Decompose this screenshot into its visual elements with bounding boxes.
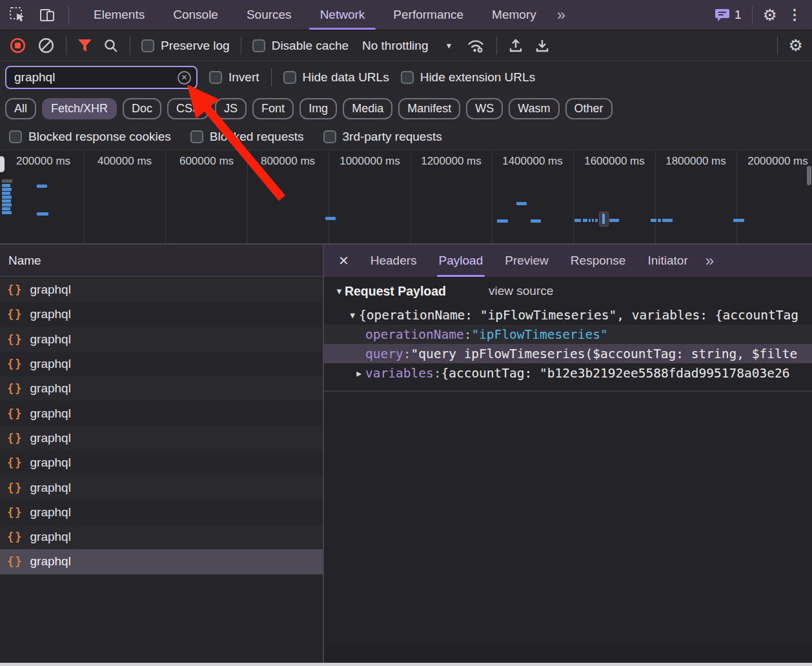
chip-media[interactable]: Media bbox=[343, 98, 392, 119]
preserve-log-checkbox[interactable]: Preserve log bbox=[141, 39, 230, 53]
checkbox[interactable] bbox=[323, 130, 336, 143]
throttling-select[interactable]: No throttling ▼ bbox=[360, 39, 455, 53]
clear-network-log-icon[interactable] bbox=[37, 37, 55, 54]
timeline-bar bbox=[2, 203, 12, 207]
window-bottom-edge bbox=[0, 663, 812, 666]
name-column-header[interactable]: Name bbox=[0, 245, 323, 277]
network-toolbar: Preserve log Disable cache No throttling… bbox=[0, 30, 812, 61]
chip-js[interactable]: JS bbox=[215, 98, 247, 119]
chip-other[interactable]: Other bbox=[565, 98, 613, 119]
checkbox[interactable] bbox=[9, 130, 22, 143]
device-toolbar-icon[interactable] bbox=[39, 6, 56, 23]
tab-performance[interactable]: Performance bbox=[379, 0, 478, 30]
invert-checkbox[interactable]: Invert bbox=[209, 70, 259, 85]
payload-row-operationname[interactable]: operationName: "ipFlowTimeseries" bbox=[324, 325, 812, 344]
network-conditions-icon[interactable] bbox=[466, 38, 485, 54]
third-party-requests-checkbox[interactable]: 3rd-party requests bbox=[323, 130, 442, 144]
timeline-bar bbox=[497, 219, 508, 223]
checkbox[interactable] bbox=[190, 130, 203, 143]
chip-font[interactable]: Font bbox=[252, 98, 294, 119]
table-row[interactable]: {} graphql bbox=[0, 401, 323, 425]
chip-fetch-xhr[interactable]: Fetch/XHR bbox=[42, 98, 117, 119]
table-row[interactable]: {} graphql bbox=[0, 450, 323, 475]
filter-text-field[interactable] bbox=[14, 70, 178, 85]
chip-all[interactable]: All bbox=[5, 98, 36, 119]
chip-wasm[interactable]: Wasm bbox=[509, 98, 559, 119]
table-row[interactable]: {} graphql bbox=[0, 475, 323, 500]
checkbox[interactable] bbox=[401, 71, 414, 84]
more-detail-tabs-icon[interactable]: » bbox=[699, 253, 719, 268]
tab-memory[interactable]: Memory bbox=[478, 0, 551, 30]
tab-sources[interactable]: Sources bbox=[232, 0, 306, 30]
table-row[interactable]: {} graphql bbox=[0, 302, 323, 327]
checkbox[interactable] bbox=[283, 71, 296, 84]
clear-filter-icon[interactable]: ✕ bbox=[178, 71, 191, 85]
tab-preview[interactable]: Preview bbox=[494, 245, 560, 277]
filter-input[interactable]: ✕ bbox=[5, 66, 198, 89]
tab-response[interactable]: Response bbox=[560, 245, 637, 277]
kebab-menu-icon[interactable]: ⋮ bbox=[787, 8, 802, 22]
overview-timeline[interactable]: 200000 ms 400000 ms 600000 ms 800000 ms … bbox=[0, 150, 812, 245]
chip-css[interactable]: CSS bbox=[167, 98, 209, 119]
expand-triangle-icon[interactable]: ▶ bbox=[356, 368, 361, 378]
table-row[interactable]: {} graphql bbox=[0, 426, 323, 450]
payload-row-variables[interactable]: ▶ variables: {accountTag: "b12e3b2192ee5… bbox=[324, 363, 812, 383]
timeline-tick: 2000000 ms bbox=[737, 150, 812, 243]
chip-img[interactable]: Img bbox=[299, 98, 337, 119]
tab-initiator[interactable]: Initiator bbox=[636, 245, 698, 277]
tab-network[interactable]: Network bbox=[306, 0, 380, 30]
blocked-response-cookies-checkbox[interactable]: Blocked response cookies bbox=[9, 130, 171, 144]
timeline-bar bbox=[2, 207, 10, 210]
timeline-tick: 800000 ms bbox=[247, 150, 329, 243]
payload-row-query[interactable]: query: "query ipFlowTimeseries($accountT… bbox=[324, 344, 812, 363]
table-row[interactable]: {} graphql bbox=[0, 278, 323, 302]
checkbox[interactable] bbox=[252, 39, 265, 52]
tab-headers[interactable]: Headers bbox=[360, 245, 428, 277]
table-row[interactable]: {} graphql bbox=[0, 352, 323, 376]
collapse-triangle-icon[interactable]: ▼ bbox=[350, 310, 355, 320]
close-icon[interactable]: ✕ bbox=[329, 253, 360, 268]
issues-counter[interactable]: 1 bbox=[715, 8, 742, 22]
timeline-bar bbox=[325, 217, 336, 220]
inspect-element-icon[interactable] bbox=[9, 6, 26, 23]
disable-cache-checkbox[interactable]: Disable cache bbox=[252, 39, 349, 53]
blocked-requests-checkbox[interactable]: Blocked requests bbox=[190, 130, 304, 144]
checkbox[interactable] bbox=[141, 39, 154, 52]
timeline-scrollbar-thumb[interactable] bbox=[807, 166, 811, 185]
chip-ws[interactable]: WS bbox=[466, 98, 503, 119]
json-icon: {} bbox=[7, 358, 23, 370]
json-icon: {} bbox=[7, 555, 23, 568]
timeline-bar bbox=[589, 219, 591, 222]
table-row[interactable]: {} graphql bbox=[0, 500, 323, 525]
table-row[interactable]: {} graphql bbox=[0, 327, 323, 352]
more-tabs-icon[interactable]: » bbox=[551, 7, 571, 23]
filter-funnel-icon[interactable] bbox=[77, 39, 92, 52]
timeline-bar bbox=[2, 188, 12, 191]
json-icon: {} bbox=[7, 506, 23, 519]
timeline-bar bbox=[2, 196, 12, 199]
export-har-icon[interactable] bbox=[534, 37, 550, 54]
table-row[interactable]: {} graphql bbox=[0, 549, 323, 574]
timeline-left-handle[interactable] bbox=[0, 156, 5, 172]
settings-gear-icon[interactable]: ⚙ bbox=[763, 7, 777, 23]
hide-extension-urls-checkbox[interactable]: Hide extension URLs bbox=[401, 70, 535, 85]
record-network-log-icon[interactable] bbox=[9, 37, 26, 54]
timeline-bar bbox=[574, 219, 581, 222]
tab-console[interactable]: Console bbox=[159, 0, 232, 30]
network-detail-panel: ✕ Headers Payload Preview Response Initi… bbox=[324, 245, 812, 663]
table-row[interactable]: {} graphql bbox=[0, 376, 323, 401]
table-row[interactable]: {} graphql bbox=[0, 525, 323, 549]
payload-preview-row[interactable]: ▼ {operationName: "ipFlowTimeseries", va… bbox=[324, 305, 812, 325]
network-settings-gear-icon[interactable]: ⚙ bbox=[789, 37, 803, 54]
resource-type-chips: All Fetch/XHR Doc CSS JS Font Img Media … bbox=[0, 94, 812, 123]
tab-elements[interactable]: Elements bbox=[79, 0, 159, 30]
chip-manifest[interactable]: Manifest bbox=[398, 98, 460, 119]
collapse-triangle-icon[interactable]: ▼ bbox=[335, 287, 343, 296]
search-icon[interactable] bbox=[103, 38, 119, 54]
import-har-icon[interactable] bbox=[508, 37, 523, 54]
chip-doc[interactable]: Doc bbox=[123, 98, 161, 119]
checkbox[interactable] bbox=[209, 71, 222, 84]
view-source-link[interactable]: view source bbox=[489, 284, 553, 298]
tab-payload[interactable]: Payload bbox=[428, 245, 494, 277]
hide-data-urls-checkbox[interactable]: Hide data URLs bbox=[283, 70, 389, 85]
